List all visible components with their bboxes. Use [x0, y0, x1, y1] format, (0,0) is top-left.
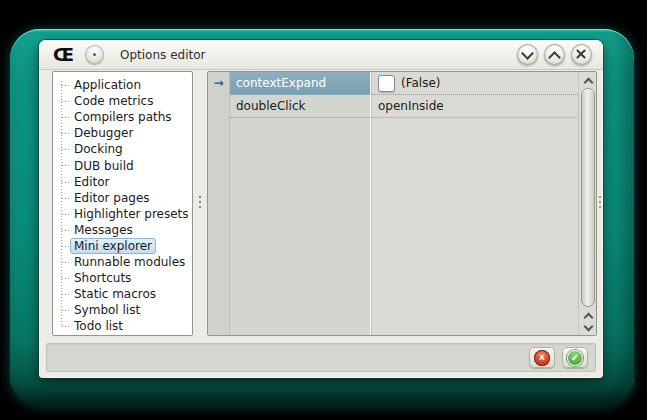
checkbox-unchecked[interactable] — [378, 75, 395, 92]
sidebar-item-application[interactable]: Application — [53, 77, 192, 93]
sidebar-item-label: Debugger — [70, 125, 137, 141]
shade-button[interactable] — [517, 44, 538, 65]
sidebar-item-label: Highlighter presets — [70, 206, 193, 222]
property-value-column: (False) openInside — [371, 72, 578, 335]
sidebar-item-editor-pages[interactable]: Editor pages — [53, 190, 192, 206]
sidebar-item-highlighter-presets[interactable]: Highlighter presets — [53, 206, 192, 222]
property-value-doubleclick[interactable]: openInside — [372, 95, 578, 118]
sidebar-item-todo-list[interactable]: Todo list — [53, 318, 192, 334]
sidebar-item-label: Todo list — [70, 318, 127, 334]
sidebar-item-label: Symbol list — [70, 302, 144, 318]
sidebar-item-runnable-modules[interactable]: Runnable modules — [53, 254, 192, 270]
checkbox-state-label: (False) — [401, 76, 441, 90]
sidebar-item-label: Application — [70, 77, 145, 93]
sidebar-item-editor[interactable]: Editor — [53, 174, 192, 190]
sidebar-item-label: Messages — [70, 222, 137, 238]
sidebar-item-label: Compilers paths — [70, 109, 176, 125]
category-tree: Application Code metrics Compilers paths… — [52, 71, 193, 336]
sidebar-item-label: Mini explorer — [70, 238, 156, 254]
property-value-text: openInside — [378, 99, 444, 113]
chevron-up-icon — [548, 51, 561, 64]
property-grid-gutter: → — [208, 72, 230, 335]
sidebar-item-label: Runnable modules — [70, 254, 189, 270]
scroll-up-icon-bottom[interactable] — [584, 311, 592, 319]
titlebar[interactable]: Œ Options editor — [39, 40, 603, 70]
sidebar-item-docking[interactable]: Docking — [53, 141, 192, 157]
property-name-contextexpand[interactable]: contextExpand — [230, 72, 370, 95]
sidebar-item-debugger[interactable]: Debugger — [53, 125, 192, 141]
grid-scrollbar[interactable] — [578, 72, 596, 335]
sidebar-item-symbol-list[interactable]: Symbol list — [53, 302, 192, 318]
scroll-down-icon[interactable] — [584, 323, 592, 331]
sidebar-item-label: Editor pages — [70, 190, 154, 206]
resize-grip[interactable] — [598, 196, 601, 209]
app-logo-icon: Œ — [53, 46, 72, 64]
sidebar-item-compilers-paths[interactable]: Compilers paths — [53, 109, 192, 125]
sidebar-item-label: Static macros — [70, 286, 160, 302]
sidebar-item-dub-build[interactable]: DUB build — [53, 157, 192, 173]
window-menu-dot-button[interactable] — [85, 45, 104, 64]
scroll-up-icon[interactable] — [584, 76, 592, 84]
scrollbar-thumb[interactable] — [581, 88, 595, 307]
sidebar-item-static-macros[interactable]: Static macros — [53, 286, 192, 302]
sidebar-item-label: Docking — [70, 141, 127, 157]
close-button[interactable] — [571, 44, 592, 65]
accept-check-icon: ✓ — [567, 350, 583, 366]
sidebar-item-label: Code metrics — [70, 93, 157, 109]
cancel-x-icon: × — [534, 350, 550, 366]
sidebar-item-label: Editor — [70, 174, 114, 190]
screenshot-stage: Œ Options editor Application Code metric… — [0, 0, 647, 420]
sidebar-item-label: Shortcuts — [70, 270, 135, 286]
property-name-doubleclick[interactable]: doubleClick — [230, 95, 370, 118]
sidebar-item-messages[interactable]: Messages — [53, 222, 192, 238]
sidebar-item-shortcuts[interactable]: Shortcuts — [53, 270, 192, 286]
window-title: Options editor — [120, 48, 205, 62]
sidebar-item-mini-explorer[interactable]: Mini explorer — [53, 238, 192, 254]
property-value-contextexpand[interactable]: (False) — [372, 72, 578, 95]
accept-button[interactable]: ✓ — [562, 347, 588, 368]
footer-bar: × ✓ — [46, 343, 596, 372]
selected-row-arrow-icon: → — [208, 72, 229, 95]
property-name-column: contextExpand doubleClick — [230, 72, 371, 335]
splitter-grip[interactable] — [198, 196, 201, 209]
options-editor-dialog: Œ Options editor Application Code metric… — [39, 40, 603, 378]
sidebar-item-label: DUB build — [70, 158, 138, 174]
sidebar-item-code-metrics[interactable]: Code metrics — [53, 93, 192, 109]
cancel-button[interactable]: × — [529, 347, 555, 368]
window-controls — [517, 44, 592, 65]
chevron-down-icon — [521, 47, 534, 60]
maximize-button[interactable] — [544, 44, 565, 65]
property-grid: → contextExpand doubleClick (False) open… — [207, 71, 597, 336]
